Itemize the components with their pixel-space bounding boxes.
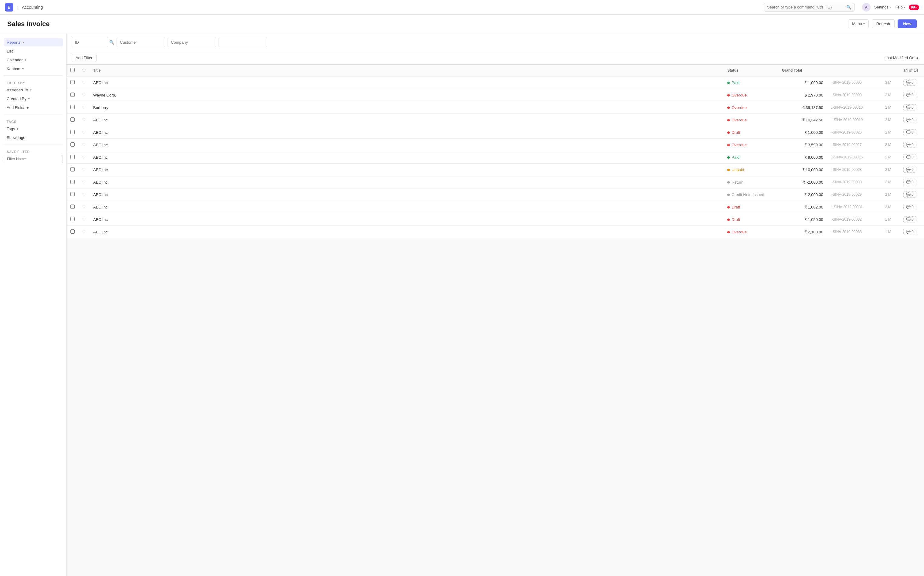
heart-icon[interactable]: ♡ xyxy=(82,229,86,234)
comment-button[interactable]: 💬 0 xyxy=(903,192,916,198)
heart-icon[interactable]: ♡ xyxy=(82,217,86,222)
row-checkbox[interactable] xyxy=(70,229,75,234)
row-checkbox-cell xyxy=(67,189,78,201)
comment-button[interactable]: 💬 0 xyxy=(903,204,916,210)
row-comment-cell: 💬 0 xyxy=(900,163,924,176)
assigned-dropdown-icon: ▾ xyxy=(30,88,32,92)
comment-button[interactable]: 💬 0 xyxy=(903,179,916,185)
sidebar-item-reports[interactable]: Reports ▾ xyxy=(4,38,63,46)
app-logo[interactable]: E xyxy=(5,3,13,11)
add-fields-button[interactable]: Add Fields + xyxy=(4,104,63,112)
select-all-checkbox[interactable] xyxy=(70,68,75,72)
filter-by-section: FILTER BY Assigned To ▾ Created By ▾ Add… xyxy=(4,80,63,112)
comment-button[interactable]: 💬 0 xyxy=(903,229,916,235)
row-checkbox[interactable] xyxy=(70,155,75,159)
table-row[interactable]: ♡ ABC Inc Credit Note Issued ₹ 2,000.00 … xyxy=(67,189,924,201)
table-row[interactable]: ♡ ABC Inc Unpaid ₹ 10,000.00 .-SINV-2019… xyxy=(67,163,924,176)
company-filter[interactable] xyxy=(168,37,216,47)
heart-icon[interactable]: ♡ xyxy=(82,167,86,172)
table-row[interactable]: ♡ Burberry Overdue € 39,187.50 L-SINV-20… xyxy=(67,101,924,114)
table-row[interactable]: ♡ ABC Inc Return ₹ -2,000.00 .-SINV-2019… xyxy=(67,176,924,189)
row-id: .-SINV-2019-00032 xyxy=(827,213,881,226)
row-checkbox[interactable] xyxy=(70,180,75,184)
sort-control[interactable]: Last Modified On ▲ xyxy=(884,56,919,60)
row-checkbox[interactable] xyxy=(70,217,75,221)
heart-icon[interactable]: ♡ xyxy=(82,130,86,135)
col-header-age xyxy=(881,65,900,76)
show-tags-button[interactable]: Show tags xyxy=(4,134,63,142)
row-checkbox[interactable] xyxy=(70,192,75,196)
row-checkbox-cell xyxy=(67,126,78,139)
table-row[interactable]: ♡ ABC Inc Overdue ₹ 10,342.50 L-SINV-201… xyxy=(67,114,924,126)
row-heart-cell: ♡ xyxy=(78,76,90,89)
heart-icon[interactable]: ♡ xyxy=(82,93,86,98)
heart-icon[interactable]: ♡ xyxy=(82,142,86,147)
sidebar-item-calendar[interactable]: Calendar ▾ xyxy=(4,56,63,64)
comment-count: 0 xyxy=(911,180,914,184)
global-search[interactable]: 🔍 xyxy=(764,3,855,11)
table-row[interactable]: ♡ ABC Inc Draft ₹ 1,050.00 .-SINV-2019-0… xyxy=(67,213,924,226)
row-id: L-SINV-2019-00010 xyxy=(827,101,881,114)
add-filter-button[interactable]: Add Filter xyxy=(72,54,96,62)
heart-icon[interactable]: ♡ xyxy=(82,155,86,160)
table-row[interactable]: ♡ ABC Inc Draft ₹ 1,000.00 .-SINV-2019-0… xyxy=(67,126,924,139)
help-button[interactable]: Help ▾ xyxy=(895,5,905,10)
row-status: Overdue xyxy=(724,101,778,114)
table-row[interactable]: ♡ ABC Inc Overdue ₹ 2,100.00 .-SINV-2019… xyxy=(67,226,924,238)
row-age: 1 M xyxy=(881,226,900,238)
refresh-button[interactable]: Refresh xyxy=(872,19,895,28)
comment-button[interactable]: 💬 0 xyxy=(903,154,916,160)
sidebar-item-kanban[interactable]: Kanban ▾ xyxy=(4,65,63,73)
created-by-filter[interactable]: Created By ▾ xyxy=(4,95,63,103)
heart-icon[interactable]: ♡ xyxy=(82,192,86,197)
notification-badge[interactable]: 99+ xyxy=(909,5,919,10)
new-button[interactable]: New xyxy=(898,19,917,28)
row-comment-cell: 💬 0 xyxy=(900,189,924,201)
table-row[interactable]: ♡ ABC Inc Draft ₹ 1,002.00 L-SINV-2019-0… xyxy=(67,201,924,213)
comment-count: 0 xyxy=(911,105,914,110)
table-row[interactable]: ♡ ABC Inc Overdue ₹ 3,599.00 .-SINV-2019… xyxy=(67,139,924,151)
row-checkbox[interactable] xyxy=(70,117,75,122)
row-checkbox[interactable] xyxy=(70,80,75,84)
comment-icon: 💬 xyxy=(906,118,911,122)
id-filter[interactable] xyxy=(72,37,108,47)
row-checkbox[interactable] xyxy=(70,130,75,134)
row-checkbox[interactable] xyxy=(70,167,75,171)
heart-icon[interactable]: ♡ xyxy=(82,117,86,122)
comment-button[interactable]: 💬 0 xyxy=(903,80,916,86)
heart-icon[interactable]: ♡ xyxy=(82,80,86,85)
tags-section-label: TAGS xyxy=(4,118,63,125)
row-id: .-SINV-2019-00029 xyxy=(827,189,881,201)
comment-button[interactable]: 💬 0 xyxy=(903,104,916,110)
row-checkbox[interactable] xyxy=(70,105,75,109)
row-id: L-SINV-2019-00019 xyxy=(827,114,881,126)
heart-icon[interactable]: ♡ xyxy=(82,180,86,184)
heart-icon[interactable]: ♡ xyxy=(82,105,86,110)
row-total: ₹ 9,000.00 xyxy=(778,151,827,163)
comment-button[interactable]: 💬 0 xyxy=(903,129,916,135)
comment-button[interactable]: 💬 0 xyxy=(903,142,916,148)
row-checkbox[interactable] xyxy=(70,205,75,209)
search-input[interactable] xyxy=(767,5,844,10)
table-row[interactable]: ♡ Wayne Corp. Overdue $ 2,970.00 .-SINV-… xyxy=(67,89,924,101)
row-heart-cell: ♡ xyxy=(78,213,90,226)
heart-icon[interactable]: ♡ xyxy=(82,205,86,210)
comment-button[interactable]: 💬 0 xyxy=(903,117,916,123)
tags-filter[interactable]: Tags ▾ xyxy=(4,125,63,133)
row-checkbox[interactable] xyxy=(70,142,75,147)
assigned-to-filter[interactable]: Assigned To ▾ xyxy=(4,86,63,94)
menu-button[interactable]: Menu ▾ xyxy=(848,19,869,28)
table-row[interactable]: ♡ ABC Inc Paid ₹ 9,000.00 L-SINV-2019-00… xyxy=(67,151,924,163)
comment-button[interactable]: 💬 0 xyxy=(903,92,916,98)
filter-name-input[interactable] xyxy=(4,155,63,163)
settings-button[interactable]: Settings ▾ xyxy=(874,5,891,10)
customer-filter[interactable] xyxy=(117,37,165,47)
row-status: Draft xyxy=(724,213,778,226)
sidebar-item-list[interactable]: List xyxy=(4,47,63,55)
comment-button[interactable]: 💬 0 xyxy=(903,216,916,222)
row-checkbox[interactable] xyxy=(70,93,75,97)
comment-icon: 💬 xyxy=(906,155,911,159)
table-row[interactable]: ♡ ABC Inc Paid ₹ 1,000.00 .-SINV-2019-00… xyxy=(67,76,924,89)
comment-button[interactable]: 💬 0 xyxy=(903,166,916,173)
extra-filter[interactable] xyxy=(219,37,267,47)
